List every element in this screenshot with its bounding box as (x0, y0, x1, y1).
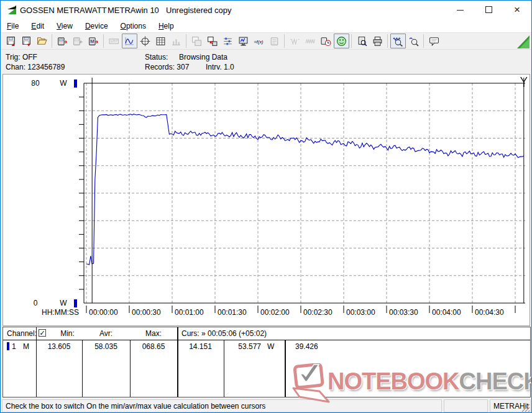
cursor2-value: 53.577 (224, 342, 261, 351)
save-icon (6, 38, 16, 48)
minmax-calc-checkbox[interactable]: ✓ (39, 329, 46, 337)
channel-list: Chan: 123456789 (6, 63, 65, 71)
zoom-wave-icon (393, 38, 403, 48)
y-range-top-marker (74, 79, 77, 88)
close-icon: × (514, 1, 520, 19)
toolbar-corner-triangle-icon (517, 35, 530, 48)
zoom-curve-icon (408, 38, 419, 48)
callout-icon (429, 38, 439, 48)
print-icon (372, 38, 383, 48)
menu-item-options[interactable]: Options (114, 20, 152, 34)
maximize-button[interactable] (474, 1, 503, 19)
send-device-button (70, 34, 86, 48)
channel-settings-button[interactable] (220, 34, 236, 48)
power-curve (86, 114, 524, 265)
toolbar-separator (351, 34, 352, 48)
export-icon (207, 38, 218, 48)
menu-item-edit[interactable]: Edit (25, 20, 50, 34)
timer-button[interactable] (318, 34, 334, 48)
toolbar-separator (387, 34, 388, 48)
svg-text:=f(x): =f(x) (254, 39, 264, 45)
power-chart[interactable]: 80W0WHH:MM:SS00:00:0000:00:3000:01:0000:… (3, 75, 530, 325)
menu-item-view[interactable]: View (50, 20, 79, 34)
toolbar-separator (284, 34, 285, 48)
cursor-crosshair-button[interactable] (137, 34, 153, 48)
device-config-button (267, 34, 282, 48)
toolbar: M1257=f(x) (1, 33, 531, 50)
memory-read-button[interactable]: M (86, 34, 101, 48)
menu-item-file[interactable]: File (1, 20, 25, 34)
min-value: 13.605 (36, 342, 82, 351)
minimize-button[interactable] (446, 1, 474, 19)
x-tick-label: 00:01:30 (218, 308, 247, 317)
title-doc-name: METRAwin 10 (108, 6, 159, 15)
save-as-icon (21, 38, 32, 48)
formula-button[interactable]: =f(x) (251, 34, 267, 48)
info-strip: Trig: OFF Chan: 123456789 Status: Browsi… (1, 50, 531, 74)
x-tick-label: 00:00:30 (132, 308, 161, 317)
status-value: Browsing Data (179, 53, 227, 61)
zoom-curve-button[interactable] (406, 34, 421, 48)
open-button[interactable] (34, 34, 50, 48)
col-header-min: Min: (53, 329, 82, 338)
monitor-button[interactable] (236, 34, 251, 48)
col-header-max: Max: (130, 329, 177, 338)
device-send-icon (73, 38, 83, 48)
annotation-button[interactable] (426, 34, 442, 48)
save-as-button[interactable] (19, 34, 34, 48)
y-axis-max-label: 80 (31, 79, 40, 88)
x-tick-label: 00:04:00 (432, 308, 461, 317)
x-tick-label: 00:02:00 (260, 308, 290, 317)
device-memory-icon: M (88, 38, 99, 48)
y-axis-min-label: 0 (34, 299, 38, 307)
chart-panel[interactable]: 80W0WHH:MM:SS00:00:0000:00:3000:01:0000:… (2, 74, 530, 326)
device-read-icon (57, 38, 68, 48)
export-button[interactable] (204, 34, 220, 48)
menu-item-device[interactable]: Device (79, 20, 114, 34)
trigger-status: Trig: OFF (6, 53, 37, 61)
clock-device-icon (321, 38, 331, 48)
toolbar-separator (52, 34, 52, 48)
channel-number: 1 (12, 342, 16, 351)
svg-text:M: M (90, 39, 94, 44)
print-preview-icon (357, 38, 367, 48)
wave-dense-icon (305, 38, 316, 48)
x-tick-label: 00:00:00 (89, 308, 118, 317)
resize-grip[interactable] (521, 404, 530, 412)
status-bar: Check the box to switch On the min/avr/m… (1, 399, 531, 413)
x-tick-label: 00:04:30 (475, 308, 504, 317)
print-preview-button[interactable] (354, 34, 370, 48)
title-app-name: GOSSEN METRAWATT (20, 6, 107, 15)
wave-min-button (287, 34, 303, 48)
lcd-display-icon: 1257 (109, 38, 119, 48)
table-divider (285, 340, 286, 397)
x-axis-format-label: HH:MM:SS (42, 308, 79, 317)
close-button[interactable]: × (503, 1, 531, 19)
max-value: 068.65 (130, 342, 177, 351)
metrawin-window: GOSSEN METRAWATT METRAwin 10 Unregistere… (0, 0, 532, 413)
formula-icon: =f(x) (254, 38, 264, 48)
cursor-delta-value: 39.426 (295, 342, 318, 351)
cursor2-unit: W (267, 342, 274, 351)
status-empty-panel (444, 399, 488, 412)
interval-value: Intrv. 1.0 (206, 63, 234, 71)
read-device-button[interactable] (55, 34, 70, 48)
toolbar-separator (186, 34, 186, 48)
table-header-divider (3, 340, 530, 340)
device-config-icon (269, 38, 280, 48)
channel-settings-icon (222, 38, 233, 48)
save-button[interactable] (3, 34, 19, 48)
copy-window-button (189, 34, 204, 48)
open-icon (37, 38, 47, 48)
channel-color-bar (7, 342, 9, 350)
zoom-wave-button[interactable] (390, 34, 406, 48)
print-button[interactable] (370, 34, 385, 48)
curve-view-button[interactable] (122, 34, 137, 48)
title-unregistered-note: Unregistered copy (166, 6, 232, 15)
table-view-button[interactable] (153, 34, 168, 48)
maximize-icon (485, 6, 492, 13)
curve-view-icon (124, 38, 135, 48)
live-mode-button[interactable] (334, 34, 349, 48)
menu-item-help[interactable]: Help (152, 20, 180, 34)
toolbar-separator (423, 34, 424, 48)
